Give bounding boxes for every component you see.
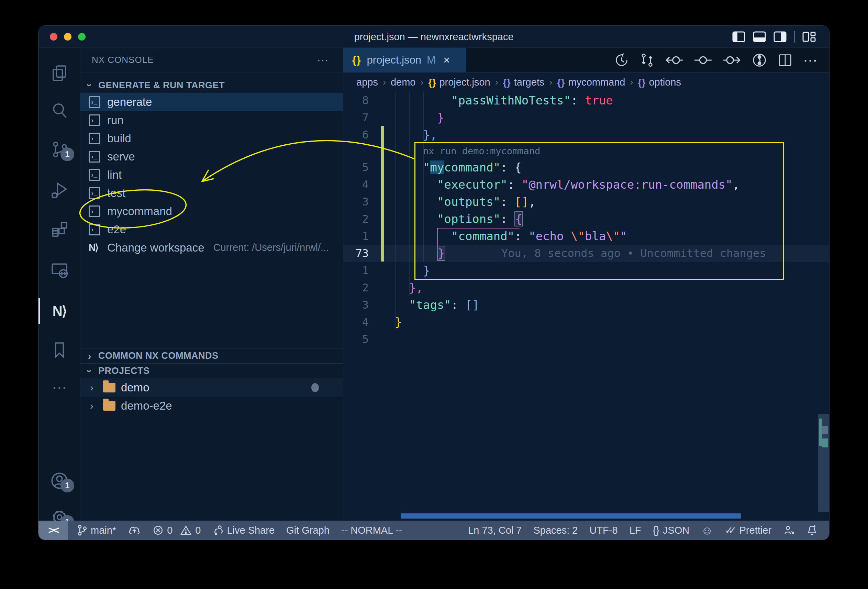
sidebar-item-source-control[interactable]: 1 — [38, 133, 80, 166]
chevron-down-icon: › — [84, 367, 96, 376]
branch-indicator[interactable]: main* — [77, 524, 116, 536]
target-label: e2e — [107, 223, 126, 236]
sidebar-title-bar: NX CONSOLE ⋯ — [80, 48, 343, 72]
target-label: build — [107, 132, 131, 145]
section-common-nx-commands[interactable]: › COMMON NX COMMANDS — [80, 348, 343, 363]
live-share-button[interactable]: Live Share — [213, 524, 275, 536]
target-item-test[interactable]: ›_test — [80, 184, 343, 202]
split-editor-icon[interactable] — [778, 53, 793, 68]
live-share-contacts-icon[interactable] — [783, 525, 795, 536]
explorer-icon — [50, 63, 69, 83]
project-item-demo[interactable]: ›demo — [80, 378, 343, 397]
sidebar-item-extensions[interactable] — [38, 213, 80, 247]
indentation-indicator[interactable]: Spaces: 2 — [533, 525, 578, 536]
toggle-panel-icon[interactable] — [753, 31, 766, 42]
code-line[interactable]: 3"tags": [] — [343, 296, 829, 313]
problems-indicator[interactable]: 0 0 — [152, 525, 201, 536]
toggle-secondary-sidebar-icon[interactable] — [774, 31, 787, 42]
target-item-mycommand[interactable]: ›_mycommand — [80, 202, 343, 220]
target-item-lint[interactable]: ›_lint — [80, 165, 343, 184]
code-text: "tags": [] — [409, 296, 479, 313]
feedback-smiley-icon[interactable]: ☺ — [701, 524, 713, 537]
line-number: 5 — [343, 331, 369, 348]
breadcrumb-item-apps[interactable]: apps — [356, 77, 378, 88]
target-item-e2e[interactable]: ›_e2e — [80, 220, 343, 239]
horizontal-scrollbar[interactable] — [401, 514, 741, 518]
close-tab-icon[interactable]: × — [443, 54, 450, 66]
section-label: COMMON NX COMMANDS — [98, 350, 218, 361]
next-change-icon[interactable] — [723, 53, 741, 68]
local-history-icon[interactable] — [614, 53, 629, 68]
code-line[interactable]: 5 — [343, 331, 829, 348]
section-projects[interactable]: › PROJECTS — [80, 363, 343, 378]
breadcrumb-item-demo[interactable]: demo — [391, 77, 416, 88]
customize-layout-icon[interactable] — [802, 31, 816, 43]
formatter-label: Prettier — [740, 525, 771, 536]
code-text: } — [437, 109, 444, 126]
sidebar-item-more[interactable]: ⋯ — [38, 371, 80, 404]
vertical-scrollbar[interactable] — [818, 414, 829, 512]
language-mode[interactable]: {} JSON — [652, 525, 689, 536]
target-item-run[interactable]: ›_run — [80, 111, 343, 129]
change-workspace-item[interactable]: N⟩ Change workspace Current: /Users/juri… — [80, 239, 343, 257]
more-actions-icon[interactable]: ⋯ — [803, 52, 818, 69]
sidebar-item-run-debug[interactable] — [38, 174, 80, 207]
encoding-indicator[interactable]: UTF-8 — [589, 525, 617, 536]
sync-cloud-icon[interactable] — [128, 524, 141, 536]
section-generate-run-target[interactable]: › GENERATE & RUN TARGET — [80, 78, 343, 93]
code-text: }, — [423, 126, 437, 143]
project-item-demo-e2e[interactable]: ›demo-e2e — [80, 397, 343, 415]
breadcrumb-separator: › — [549, 77, 552, 88]
code-line[interactable]: 4} — [343, 313, 829, 331]
current-change-icon[interactable] — [694, 53, 712, 68]
extensions-icon — [50, 220, 69, 239]
sidebar-item-remote-explorer[interactable] — [38, 253, 80, 286]
change-workspace-label: Change workspace — [107, 241, 204, 254]
symbol-braces-icon: {} — [428, 77, 436, 88]
formatter-indicator[interactable]: ✓✓ Prettier — [725, 524, 771, 536]
eol-indicator[interactable]: LF — [629, 525, 641, 536]
cursor-position[interactable]: Ln 73, Col 7 — [468, 525, 522, 536]
code-line[interactable]: 8"passWithNoTests": true — [343, 92, 829, 109]
code-line[interactable]: 6}, — [343, 126, 829, 143]
breadcrumb-item-targets[interactable]: {}targets — [503, 77, 545, 88]
code-text: "passWithNoTests": true — [451, 92, 613, 109]
chevron-right-icon[interactable]: › — [90, 400, 97, 412]
code-editor[interactable]: 8"passWithNoTests": true7}6},nx run demo… — [343, 92, 829, 521]
sidebar-item-nx-console[interactable]: N⟩ — [38, 294, 80, 328]
symbol-braces-icon: {} — [638, 77, 646, 88]
editor-actions: ⋯ — [614, 48, 829, 72]
code-line[interactable]: 7} — [343, 109, 829, 126]
target-item-generate[interactable]: ›_generate — [80, 93, 343, 111]
breadcrumb-item-options[interactable]: {}options — [638, 77, 681, 88]
sidebar-item-search[interactable] — [38, 94, 80, 127]
target-item-serve[interactable]: ›_serve — [80, 148, 343, 165]
notifications-bell-icon[interactable] — [806, 524, 818, 536]
chevron-right-icon[interactable]: › — [90, 382, 97, 393]
vim-mode-indicator[interactable]: -- NORMAL -- — [341, 525, 402, 536]
breadcrumb-separator: › — [630, 77, 633, 88]
git-graph-button[interactable]: Git Graph — [286, 525, 329, 536]
breadcrumb-label: targets — [514, 77, 545, 88]
code-token: [] — [465, 298, 479, 312]
sidebar-item-bookmarks[interactable] — [38, 334, 80, 367]
sidebar-more-actions-icon[interactable]: ⋯ — [317, 53, 329, 67]
target-label: generate — [107, 96, 152, 109]
breadcrumb-item-project.json[interactable]: {}project.json — [428, 77, 490, 88]
code-line[interactable]: 2}, — [343, 279, 829, 296]
compare-changes-icon[interactable] — [639, 53, 655, 68]
vscode-window: project.json — newnxreactwrkspace 1 — [38, 25, 830, 540]
previous-change-icon[interactable] — [665, 53, 683, 68]
git-graph-icon[interactable] — [751, 52, 767, 68]
line-number: 4 — [343, 313, 369, 331]
breadcrumb-item-mycommand[interactable]: {}mycommand — [557, 77, 625, 88]
tab-project-json[interactable]: {} project.json M × — [343, 48, 466, 72]
sidebar-item-accounts[interactable]: 1 — [38, 464, 80, 497]
git-graph-label: Git Graph — [286, 525, 329, 536]
target-item-build[interactable]: ›_build — [80, 129, 343, 148]
sidebar-item-explorer[interactable] — [38, 57, 80, 90]
toggle-primary-sidebar-icon[interactable] — [732, 31, 745, 42]
remote-indicator[interactable]: >< — [38, 521, 68, 540]
layout-controls — [732, 26, 816, 48]
project-list: ›demo›demo-e2e — [80, 378, 343, 415]
